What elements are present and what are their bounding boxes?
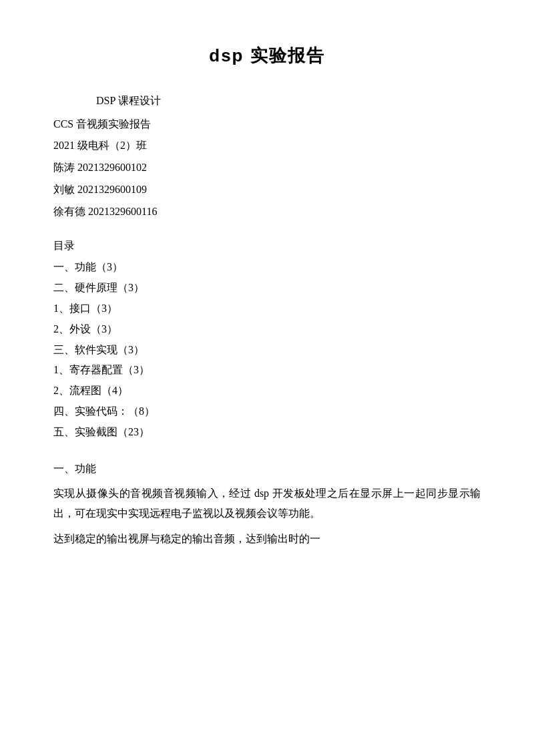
- info-author1: 陈涛 2021329600102: [53, 158, 481, 178]
- toc-item-8: 四、实验代码：（8）: [53, 402, 481, 421]
- spacer2: [53, 443, 481, 449]
- section-one-title: 一、功能: [53, 459, 481, 479]
- toc-title: 目录: [53, 236, 481, 256]
- subtitle: DSP 课程设计: [53, 91, 481, 111]
- page-title: dsp 实验报告: [53, 40, 481, 71]
- toc-item-1: 一、功能（3）: [53, 258, 481, 277]
- toc-item-2: 二、硬件原理（3）: [53, 278, 481, 298]
- body-paragraph-2: 达到稳定的输出视屏与稳定的输出音频，达到输出时的一: [53, 529, 481, 549]
- body-paragraph-1: 实现从摄像头的音视频音视频输入，经过 dsp 开发板处理之后在显示屏上一起同步显…: [53, 484, 481, 523]
- toc-item-3: 1、接口（3）: [53, 299, 481, 319]
- info-author3: 徐有德 2021329600116: [53, 202, 481, 222]
- spacer1: [53, 224, 481, 230]
- info-author2: 刘敏 2021329600109: [53, 180, 481, 200]
- info-ccs: CCS 音视频实验报告: [53, 115, 481, 134]
- toc-item-4: 2、外设（3）: [53, 320, 481, 339]
- toc-item-9: 五、实验截图（23）: [53, 423, 481, 442]
- toc-item-5: 三、软件实现（3）: [53, 341, 481, 360]
- toc-item-6: 1、寄存器配置（3）: [53, 361, 481, 380]
- info-class: 2021 级电科（2）班: [53, 136, 481, 156]
- toc-item-7: 2、流程图（4）: [53, 381, 481, 401]
